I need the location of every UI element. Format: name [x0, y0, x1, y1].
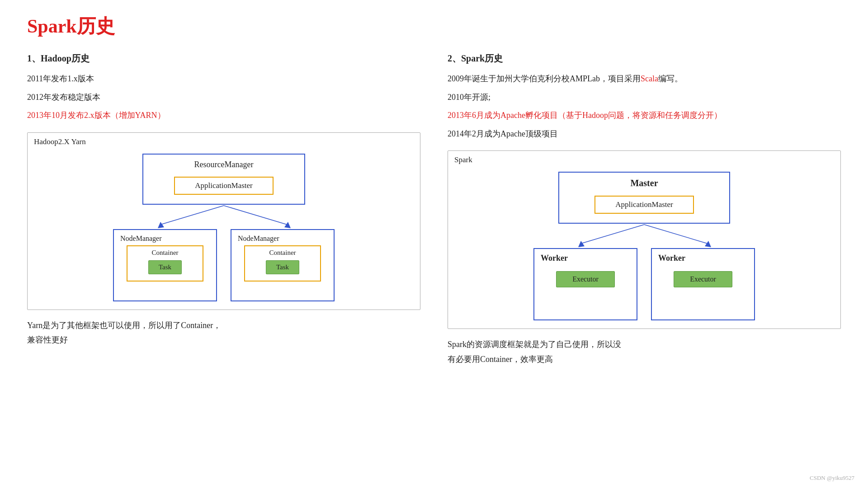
- task-label-1: Task: [159, 263, 171, 271]
- container-label-1: Container: [151, 249, 178, 257]
- container-label-2: Container: [269, 249, 296, 257]
- hadoop-heading: 1、Hadoop历史: [27, 52, 420, 65]
- executor-box-1: Executor: [556, 271, 615, 287]
- svg-marker-1: [158, 222, 164, 228]
- nm1-label: NodeManager: [120, 235, 210, 243]
- svg-marker-7: [705, 241, 711, 247]
- spark-heading: 2、Spark历史: [448, 52, 841, 65]
- hadoop-diagram-label: Hadoop2.X Yarn: [34, 137, 86, 146]
- application-master-box-spark: ApplicationMaster: [594, 196, 694, 214]
- am-label-hadoop: ApplicationMaster: [195, 181, 252, 190]
- container-box-1: Container Task: [127, 245, 203, 282]
- spark-line-1-part1: 2009年诞生于加州大学伯克利分校AMPLab，项目采用: [448, 74, 641, 83]
- svg-marker-3: [284, 222, 291, 228]
- spark-line-1: 2009年诞生于加州大学伯克利分校AMPLab，项目采用Scala编写。: [448, 72, 841, 86]
- hadoop-arrows-svg: [97, 205, 350, 229]
- spark-diagram-label: Spark: [454, 155, 472, 164]
- spark-line-1-part3: 编写。: [658, 74, 683, 83]
- worker-box-1: Worker Executor: [533, 248, 637, 320]
- hadoop-bottom-2: 兼容性更好: [27, 333, 420, 347]
- hadoop-line-3: 2013年10月发布2.x版本（增加YARN）: [27, 108, 420, 122]
- container-box-2: Container Task: [244, 245, 321, 282]
- svg-line-2: [224, 206, 287, 225]
- hadoop-line-2: 2012年发布稳定版本: [27, 90, 420, 104]
- task-box-1: Task: [148, 260, 182, 274]
- hadoop-bottom-1: Yarn是为了其他框架也可以使用，所以用了Container，: [27, 318, 420, 333]
- nm2-label: NodeManager: [238, 235, 327, 243]
- spark-section: 2、Spark历史 2009年诞生于加州大学伯克利分校AMPLab，项目采用Sc…: [448, 52, 841, 366]
- spark-workers: Worker Executor Worker Executor: [533, 248, 755, 320]
- spark-bottom-2: 有必要用Container，效率更高: [448, 352, 841, 366]
- hadoop-section: 1、Hadoop历史 2011年发布1.x版本 2012年发布稳定版本 2013…: [27, 52, 420, 366]
- worker2-label: Worker: [658, 253, 748, 263]
- node-manager-1: NodeManager Container Task: [113, 229, 217, 301]
- executor-box-2: Executor: [674, 271, 732, 287]
- node-manager-2: NodeManager Container Task: [231, 229, 335, 301]
- am-label-spark: ApplicationMaster: [615, 200, 673, 209]
- spark-arrows-svg: [518, 224, 771, 248]
- master-box: Master ApplicationMaster: [558, 172, 730, 224]
- task-box-2: Task: [266, 260, 299, 274]
- hadoop-line-1: 2011年发布1.x版本: [27, 72, 420, 86]
- worker1-label: Worker: [541, 253, 630, 263]
- rm-label: ResourceManager: [194, 160, 254, 169]
- resource-manager-box: ResourceManager ApplicationMaster: [142, 154, 305, 205]
- hadoop-bottom: Yarn是为了其他框架也可以使用，所以用了Container， 兼容性更好: [27, 318, 420, 347]
- svg-line-4: [581, 225, 644, 244]
- svg-line-0: [160, 206, 224, 225]
- spark-line-4: 2014年2月成为Apache顶级项目: [448, 127, 841, 141]
- spark-bottom: Spark的资源调度框架就是为了自己使用，所以没 有必要用Container，效…: [448, 337, 841, 366]
- task-label-2: Task: [276, 263, 289, 271]
- page-title: Spark历史: [27, 14, 841, 39]
- application-master-box-hadoop: ApplicationMaster: [174, 177, 274, 195]
- worker-box-2: Worker Executor: [651, 248, 755, 320]
- spark-diagram: Spark Master ApplicationMaster: [448, 150, 841, 329]
- svg-marker-5: [578, 241, 585, 247]
- hadoop-diagram: Hadoop2.X Yarn ResourceManager Applicati…: [27, 132, 420, 310]
- master-label: Master: [630, 178, 658, 188]
- spark-bottom-1: Spark的资源调度框架就是为了自己使用，所以没: [448, 337, 841, 352]
- spark-line-3: 2013年6月成为Apache孵化项目（基于Hadoop问题，将资源和任务调度分…: [448, 108, 841, 122]
- executor-label-2: Executor: [690, 275, 716, 283]
- spark-line-2: 2010年开源;: [448, 90, 841, 104]
- hadoop-node-managers: NodeManager Container Task NodeManager: [113, 229, 335, 301]
- svg-line-6: [644, 225, 708, 244]
- spark-line-1-scala: Scala: [641, 74, 658, 83]
- watermark: CSDN @yiku9527: [810, 474, 854, 482]
- executor-label-1: Executor: [572, 275, 599, 283]
